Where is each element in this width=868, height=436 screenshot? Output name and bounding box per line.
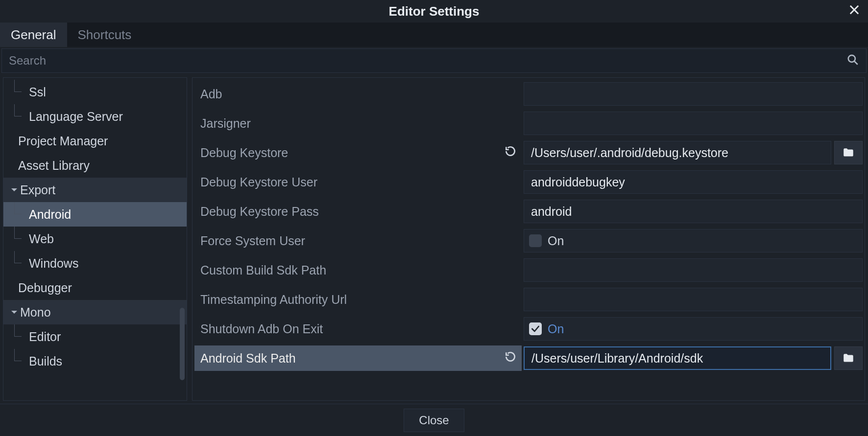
sidebar-item-asset-library[interactable]: Asset Library xyxy=(3,153,187,178)
sidebar-item-mono[interactable]: Mono xyxy=(3,300,187,324)
chevron-down-icon xyxy=(10,186,19,194)
reset-icon[interactable] xyxy=(504,145,517,161)
browse-button[interactable] xyxy=(834,141,863,164)
prop-label-custom-build-sdk-path: Custom Build Sdk Path xyxy=(194,257,522,283)
shutdown-adb-on-exit-toggle[interactable]: On xyxy=(524,317,863,341)
search-bar xyxy=(1,48,867,73)
sidebar-item-export[interactable]: Export xyxy=(3,178,187,202)
timestamping-authority-url-field[interactable] xyxy=(524,288,863,311)
adb-field[interactable] xyxy=(524,82,863,106)
checkbox-unchecked-icon xyxy=(529,234,542,247)
chevron-down-icon xyxy=(10,308,19,316)
prop-label-android-sdk-path: Android Sdk Path xyxy=(194,345,522,371)
prop-label-debug-keystore-user: Debug Keystore User xyxy=(194,169,522,195)
browse-button[interactable] xyxy=(834,346,863,370)
sidebar-item-builds[interactable]: Builds xyxy=(3,349,187,373)
sidebar-item-language-server[interactable]: Language Server xyxy=(3,104,187,129)
settings-tree: Ssl Language Server Project Manager Asse… xyxy=(3,77,187,401)
prop-label-debug-keystore: Debug Keystore xyxy=(194,140,522,165)
svg-point-0 xyxy=(848,55,855,62)
sidebar-item-web[interactable]: Web xyxy=(3,227,187,251)
tab-shortcuts[interactable]: Shortcuts xyxy=(67,23,143,47)
custom-build-sdk-path-field[interactable] xyxy=(524,258,863,282)
debug-keystore-user-field[interactable] xyxy=(524,170,863,194)
close-button[interactable]: Close xyxy=(404,409,464,432)
sidebar-item-android[interactable]: Android xyxy=(3,202,187,227)
window-title: Editor Settings xyxy=(389,4,480,19)
force-system-user-toggle[interactable]: On xyxy=(524,229,863,252)
checkbox-label: On xyxy=(548,234,564,248)
search-input[interactable] xyxy=(9,54,846,68)
prop-label-timestamping-authority-url: Timestamping Authority Url xyxy=(194,287,522,312)
sidebar-item-editor[interactable]: Editor xyxy=(3,324,187,349)
sidebar-item-debugger[interactable]: Debugger xyxy=(3,275,187,300)
prop-label-shutdown-adb-on-exit: Shutdown Adb On Exit xyxy=(194,316,522,342)
sidebar-item-project-manager[interactable]: Project Manager xyxy=(3,129,187,153)
checkbox-label: On xyxy=(548,322,564,336)
debug-keystore-pass-field[interactable] xyxy=(524,200,863,223)
close-icon[interactable] xyxy=(847,3,861,19)
tab-bar: General Shortcuts xyxy=(0,23,868,47)
scrollbar-thumb[interactable] xyxy=(180,308,185,380)
search-icon xyxy=(846,53,859,68)
prop-label-adb: Adb xyxy=(194,81,522,107)
prop-label-jarsigner: Jarsigner xyxy=(194,111,522,136)
sidebar-item-windows[interactable]: Windows xyxy=(3,251,187,275)
prop-label-force-system-user: Force System User xyxy=(194,228,522,253)
debug-keystore-field[interactable] xyxy=(524,141,831,164)
android-sdk-path-field[interactable] xyxy=(524,346,831,370)
reset-icon[interactable] xyxy=(504,350,517,366)
prop-label-debug-keystore-pass: Debug Keystore Pass xyxy=(194,199,522,224)
sidebar-item-ssl[interactable]: Ssl xyxy=(3,80,187,104)
jarsigner-field[interactable] xyxy=(524,112,863,135)
checkbox-checked-icon xyxy=(529,322,542,335)
tab-general[interactable]: General xyxy=(0,23,67,47)
property-panel: Adb Jarsigner Debug Keystore xyxy=(192,77,865,401)
